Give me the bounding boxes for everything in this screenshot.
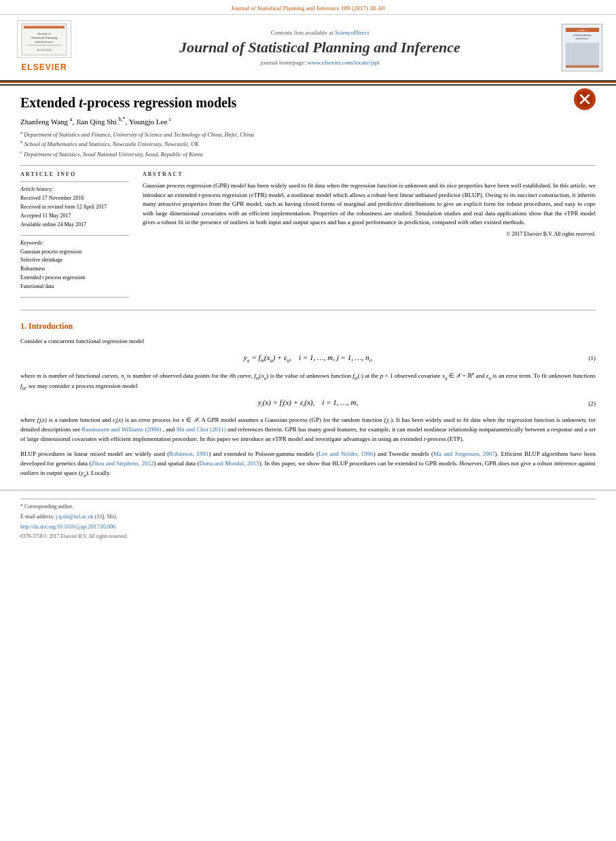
authors-line: Zhanfeng Wang a, Jian Qing Shi b,*, Youn… bbox=[20, 116, 596, 126]
keywords-block: Keywords: Gaussian process regression Se… bbox=[20, 240, 129, 291]
svg-rect-1 bbox=[24, 26, 65, 29]
lee-nelder-citation[interactable]: Lee and Nelder, 1996 bbox=[319, 450, 374, 457]
info-divider-bot bbox=[20, 297, 129, 298]
doi-line: http://dx.doi.org/10.1016/j.jspi.2017.05… bbox=[20, 523, 596, 531]
abstract-text: Gaussian process regression (GPR) model … bbox=[143, 181, 596, 228]
received-date: Received 17 November 2016 bbox=[20, 194, 129, 203]
abstract-header: ABSTRACT bbox=[143, 171, 596, 177]
journal-title-block: Contents lists available at ScienceDirec… bbox=[88, 29, 551, 66]
affiliation-b: b School of Mathematics and Statistics, … bbox=[20, 139, 596, 149]
available-date: Available online 24 May 2017 bbox=[20, 221, 129, 230]
history-label: Article history: bbox=[20, 186, 129, 192]
svg-text:ELSEVIER: ELSEVIER bbox=[37, 48, 51, 52]
dutta-mondal-citation[interactable]: Dutta and Mondal, 2015 bbox=[199, 460, 259, 467]
svg-text:Statistical Planning: Statistical Planning bbox=[31, 36, 58, 39]
equation-1-block: yij = f0i(xij) + εij, i = 1, …, m, j = 1… bbox=[20, 353, 596, 363]
elsevier-logo-block: Journal of Statistical Planning and Infe… bbox=[14, 20, 75, 75]
svg-text:Journal of: Journal of bbox=[37, 32, 51, 35]
rasmussen-citation[interactable]: Rasmussen and Williams (2006) bbox=[81, 426, 161, 433]
info-divider-top bbox=[20, 181, 129, 182]
revised-date: Received in revised form 12 April 2017 bbox=[20, 203, 129, 212]
journal-title-text: Journal of Statistical Planning and Infe… bbox=[88, 39, 551, 56]
footnote-divider bbox=[20, 499, 596, 499]
equation-2: yi(x) = fi(x) + εi(x), i = 1, …, m, bbox=[20, 398, 596, 408]
accepted-date: Accepted 11 May 2017 bbox=[20, 212, 129, 221]
crossmark-logo bbox=[574, 88, 596, 110]
copyright-notice: © 2017 Elsevier B.V. All rights reserved… bbox=[143, 231, 596, 237]
equation-1-number: (1) bbox=[589, 355, 596, 361]
svg-rect-13 bbox=[566, 65, 599, 68]
svg-rect-5 bbox=[27, 45, 61, 46]
journal-citation-bar: Journal of Statistical Planning and Infe… bbox=[0, 0, 616, 15]
shi-choi-citation[interactable]: Shi and Choi (2011) bbox=[177, 426, 226, 433]
svg-text:and inference: and inference bbox=[575, 37, 588, 40]
article-history-block: Article history: Received 17 November 20… bbox=[20, 186, 129, 229]
ma-jorgensen-citation[interactable]: Ma and Jorgensen, 2007 bbox=[433, 450, 495, 457]
issn-line: 0378-3758/© 2017 Elsevier B.V. All right… bbox=[20, 533, 596, 539]
svg-text:journal of: journal of bbox=[577, 29, 587, 32]
paper-header: Extended t-process regression models Zha… bbox=[0, 86, 616, 307]
keyword-5: Functional data bbox=[20, 283, 129, 291]
zhou-stephens-citation[interactable]: Zhou and Stephens, 2012 bbox=[92, 460, 154, 467]
section-divider bbox=[20, 310, 596, 310]
journal-citation-link[interactable]: Journal of Statistical Planning and Infe… bbox=[231, 5, 384, 12]
keyword-2: Selective shrinkage bbox=[20, 256, 129, 265]
divider-affiliations bbox=[20, 165, 596, 166]
equation-2-block: yi(x) = fi(x) + εi(x), i = 1, …, m, (2) bbox=[20, 398, 596, 408]
elsevier-brand: ELSEVIER bbox=[17, 60, 71, 75]
doi-link[interactable]: http://dx.doi.org/10.1016/j.jspi.2017.05… bbox=[20, 524, 115, 530]
article-info-header: ARTICLE INFO bbox=[20, 171, 129, 177]
journal-thumbnail: journal of statistical planning and infe… bbox=[562, 24, 602, 71]
keyword-3: Robustness bbox=[20, 265, 129, 274]
affiliation-a: a Department of Statistics and Finance, … bbox=[20, 129, 596, 139]
abstract-col: ABSTRACT Gaussian process regression (GP… bbox=[143, 171, 596, 301]
journal-homepage-line: journal homepage: www.elsevier.com/locat… bbox=[88, 59, 551, 66]
svg-rect-12 bbox=[566, 43, 599, 67]
robinson-citation[interactable]: Robinson, 1991 bbox=[169, 450, 209, 457]
keyword-4: Extended t process regression bbox=[20, 274, 129, 283]
email-note: E-mail address: j.q.shi@ncl.ac.uk (J.Q. … bbox=[20, 513, 596, 521]
keyword-1: Gaussian process regression bbox=[20, 248, 129, 257]
svg-text:and Inference: and Inference bbox=[35, 40, 54, 43]
red-divider bbox=[0, 82, 616, 83]
intro-para4: BLUP procedures in linear mixed model ar… bbox=[20, 450, 596, 479]
equation-2-number: (2) bbox=[589, 400, 596, 407]
keywords-label: Keywords: bbox=[20, 240, 129, 246]
journal-logo-image: Journal of Statistical Planning and Infe… bbox=[17, 20, 71, 58]
equation-1: yij = f0i(xij) + εij, i = 1, …, m, j = 1… bbox=[20, 353, 596, 363]
svg-text:statistical planning: statistical planning bbox=[573, 34, 591, 37]
sciencedirect-link[interactable]: ScienceDirect bbox=[335, 29, 369, 36]
contents-available-line: Contents lists available at ScienceDirec… bbox=[88, 29, 551, 36]
main-content: 1. Introduction Consider a concurrent fu… bbox=[0, 313, 616, 490]
affiliation-c: c Department of Statistics, Seoul Nation… bbox=[20, 149, 596, 159]
intro-para3: where fi(x) is a random function and εi(… bbox=[20, 416, 596, 445]
journal-homepage-link[interactable]: www.elsevier.com/locate/jspi bbox=[308, 59, 380, 66]
article-info-col: ARTICLE INFO Article history: Received 1… bbox=[20, 171, 129, 301]
intro-para1: Consider a concurrent functional regress… bbox=[20, 337, 596, 346]
elsevier-wordmark: ELSEVIER bbox=[21, 62, 67, 72]
affiliations-block: a Department of Statistics and Finance, … bbox=[20, 129, 596, 159]
intro-section-title: 1. Introduction bbox=[20, 321, 596, 332]
journal-header: Journal of Statistical Planning and Infe… bbox=[0, 15, 616, 82]
footnotes-section: * Corresponding author. E-mail address: … bbox=[0, 490, 616, 543]
intro-para2: where m is number of functional curves, … bbox=[20, 370, 596, 392]
paper-title: Extended t-process regression models bbox=[20, 95, 236, 111]
email-link[interactable]: j.q.shi@ncl.ac.uk bbox=[56, 514, 94, 520]
article-info-abstract: ARTICLE INFO Article history: Received 1… bbox=[20, 171, 596, 301]
info-divider-mid bbox=[20, 235, 129, 236]
corresponding-author-note: * Corresponding author. bbox=[20, 503, 596, 511]
